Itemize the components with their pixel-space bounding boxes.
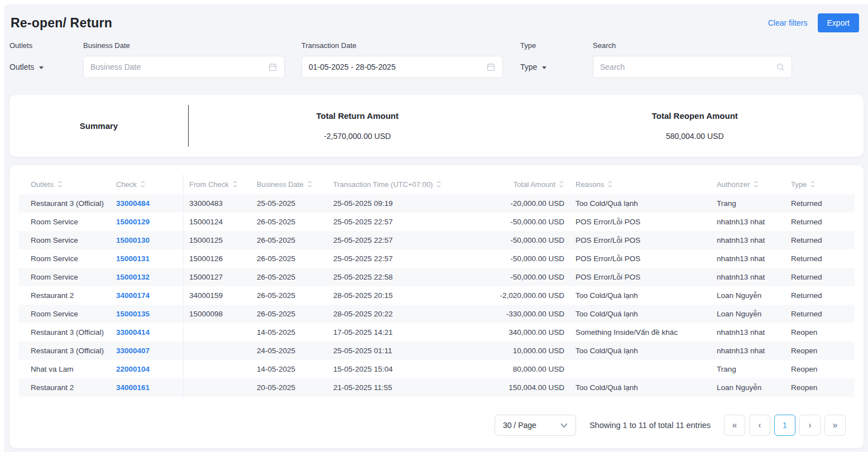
cell-type: Returned <box>785 199 855 208</box>
cell-reasons: POS Error/Lỗi POS <box>570 218 711 226</box>
outlets-dropdown[interactable]: Outlets <box>9 56 83 78</box>
column-header-transaction_time[interactable]: Transaction Time (UTC+07:00) <box>328 180 456 189</box>
cell-outlet: Restaurant 3 (Official) <box>18 328 111 336</box>
cell-authorizer: nhatnh13 nhat <box>711 328 785 336</box>
cell-reasons: Too Cold/Quá lạnh <box>570 291 711 300</box>
check-number-link[interactable]: 15000129 <box>116 218 150 226</box>
check-number-link[interactable]: 34000161 <box>116 383 150 392</box>
cell-type: Returned <box>785 273 855 281</box>
export-button[interactable]: Export <box>818 13 859 32</box>
pagination-first-button[interactable]: « <box>724 415 745 436</box>
column-header-business_date[interactable]: Business Date <box>251 180 328 189</box>
table-header: OutletsCheckFrom CheckBusiness DateTrans… <box>18 174 855 194</box>
column-header-type[interactable]: Type <box>785 180 855 189</box>
check-number-link[interactable]: 15000132 <box>116 273 150 281</box>
check-number-link[interactable]: 33000407 <box>116 347 150 355</box>
cell-reasons: POS Error/Lỗi POS <box>570 254 711 263</box>
business-date-field <box>83 56 285 78</box>
cell-reasons: Too Cold/Quá lạnh <box>570 383 711 392</box>
cell-reasons: POS Error/Lỗi POS <box>570 236 711 244</box>
cell-from_check: 33000483 <box>184 199 251 208</box>
pagination-prev-button[interactable]: ‹ <box>749 415 770 436</box>
page-size-value: 30 / Page <box>503 421 536 430</box>
table-row: Room Service150001321500012726-05-202525… <box>18 268 855 286</box>
search-icon <box>776 63 785 71</box>
cell-type: Returned <box>785 236 855 244</box>
sort-icon <box>559 180 564 188</box>
column-header-outlet[interactable]: Outlets <box>18 180 111 189</box>
cell-business_date: 14-05-2025 <box>251 328 328 336</box>
total-return-value: -2,570,000.00 USD <box>324 132 391 141</box>
cell-reasons: Something Inside/Vấn đề khác <box>570 328 711 336</box>
calendar-icon <box>486 62 496 72</box>
sort-icon <box>436 180 442 188</box>
check-number-link[interactable]: 15000135 <box>116 310 150 318</box>
cell-check: 15000130 <box>111 231 184 249</box>
caret-down-icon <box>542 66 546 69</box>
pagination-next-button[interactable]: › <box>799 415 821 436</box>
cell-total_amount: 10,000.00 USD <box>456 347 570 355</box>
cell-outlet: Room Service <box>18 254 111 263</box>
cell-total_amount: -50,000.00 USD <box>456 254 570 263</box>
cell-business_date: 26-05-2025 <box>251 310 328 318</box>
cell-transaction_time: 25-05-2025 01:11 <box>328 347 456 355</box>
check-number-link[interactable]: 33000414 <box>116 328 150 336</box>
page-size-select[interactable]: 30 / Page <box>495 415 576 436</box>
total-reopen-value: 580,004.00 USD <box>666 132 724 141</box>
cell-business_date: 26-05-2025 <box>251 254 328 263</box>
cell-check: 33000484 <box>111 194 184 213</box>
cell-from_check: 15000125 <box>184 236 251 244</box>
check-number-link[interactable]: 34000174 <box>116 291 150 300</box>
cell-check: 15000135 <box>111 305 184 323</box>
pagination-last-button[interactable]: » <box>824 415 846 436</box>
check-number-link[interactable]: 33000484 <box>116 199 150 208</box>
cell-outlet: Room Service <box>18 310 111 318</box>
cell-authorizer: Trang <box>711 365 785 373</box>
cell-outlet: Room Service <box>18 236 111 244</box>
table-row: Room Service150001351500009826-05-202528… <box>18 305 855 323</box>
clear-filters-link[interactable]: Clear filters <box>768 18 808 27</box>
check-number-link[interactable]: 15000130 <box>116 236 150 244</box>
table-row: Nhat va Lam2200010414-05-202515-05-2025 … <box>18 360 855 378</box>
sort-icon <box>753 180 759 188</box>
outlets-filter-label: Outlets <box>9 41 83 50</box>
total-reopen-metric: Total Reopen Amount 580,004.00 USD <box>526 95 864 157</box>
table-footer: 30 / Page Showing 1 to 11 of total 11 en… <box>18 415 846 436</box>
cell-authorizer: Trang <box>711 199 785 208</box>
column-header-check[interactable]: Check <box>111 174 184 194</box>
cell-check: 15000129 <box>111 213 184 231</box>
cell-total_amount: -330,000.00 USD <box>456 310 570 318</box>
column-label: Reasons <box>576 180 604 189</box>
business-date-input[interactable] <box>84 56 268 78</box>
cell-total_amount: 150,004.00 USD <box>456 383 570 392</box>
cell-outlet: Room Service <box>18 218 111 226</box>
column-header-total_amount[interactable]: Total Amount <box>456 180 570 189</box>
column-header-authorizer[interactable]: Authorizer <box>711 180 785 189</box>
check-number-link[interactable]: 15000131 <box>116 254 150 263</box>
cell-transaction_time: 15-05-2025 15:04 <box>328 365 456 373</box>
cell-total_amount: 340,000.00 USD <box>456 328 570 336</box>
sort-icon <box>57 180 63 188</box>
column-header-reasons[interactable]: Reasons <box>570 180 711 189</box>
cell-business_date: 20-05-2025 <box>251 383 328 392</box>
transaction-date-input[interactable] <box>302 56 486 78</box>
check-number-link[interactable]: 22000104 <box>116 365 150 373</box>
cell-authorizer: nhatnh13 nhat <box>711 218 785 226</box>
cell-outlet: Restaurant 3 (Official) <box>18 199 111 208</box>
cell-type: Returned <box>785 218 855 226</box>
sort-icon <box>140 180 146 188</box>
column-label: Business Date <box>257 180 304 189</box>
column-header-from_check[interactable]: From Check <box>184 180 251 189</box>
transaction-date-field <box>301 56 503 78</box>
business-date-label: Business Date <box>83 41 285 50</box>
type-dropdown[interactable]: Type <box>520 56 593 78</box>
cell-total_amount: -50,000.00 USD <box>456 273 570 281</box>
caret-down-icon <box>39 66 44 69</box>
cell-check: 15000132 <box>111 268 184 286</box>
search-input[interactable] <box>593 56 776 78</box>
summary-title: Summary <box>80 121 118 131</box>
pagination-page-1-button[interactable]: 1 <box>774 415 795 436</box>
chevron-down-icon <box>560 423 568 428</box>
cell-authorizer: nhatnh13 nhat <box>711 273 785 281</box>
search-field <box>593 56 792 78</box>
